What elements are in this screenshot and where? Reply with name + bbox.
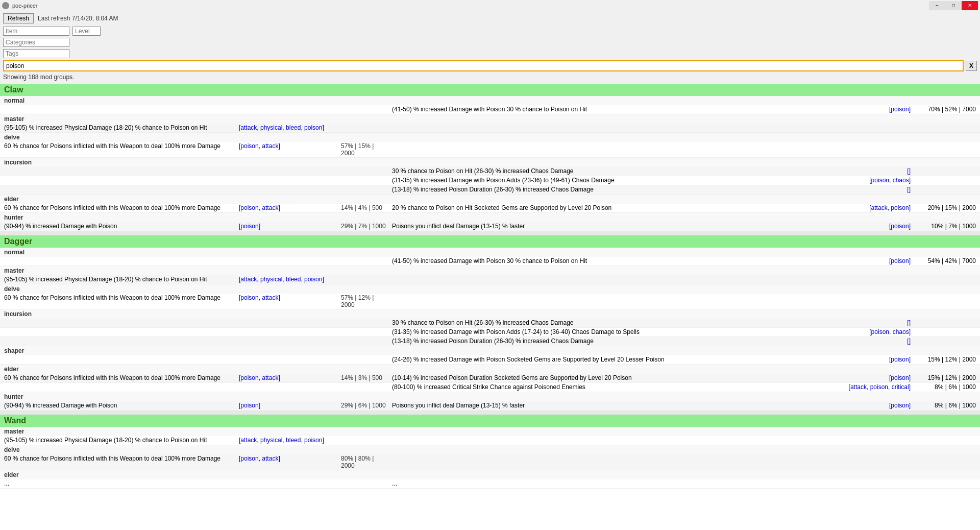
mod-right-stats: 15% | 12% | 2000 — [915, 374, 976, 381]
mod-right-text: Poisons you inflict deal Damage (13-15) … — [392, 223, 823, 230]
mod-row: 60 % chance for Poisons inflicted with t… — [0, 142, 980, 158]
item-filter-input[interactable] — [3, 27, 69, 36]
source-label-elder: elder — [0, 365, 980, 374]
mod-tags: [attack, physical, bleed, poison] — [239, 124, 341, 131]
mod-left-text: 60 % chance for Poisons inflicted with t… — [4, 294, 239, 301]
mod-right-tags: [poison] — [823, 106, 915, 113]
source-label-delve: delve — [0, 445, 980, 454]
mod-tags: [poison, attack] — [239, 294, 341, 301]
mod-stats: 29% | 7% | 1000 — [341, 223, 392, 230]
source-label-normal: normal — [0, 96, 980, 105]
mod-right-stats: 8% | 6% | 1000 — [915, 383, 976, 391]
category-header-wand: Wand — [0, 415, 980, 427]
mod-right-text: (31-35) % increased Damage with Poison A… — [392, 177, 823, 184]
category-header-claw: Claw — [0, 84, 980, 96]
clear-search-button[interactable]: X — [966, 61, 977, 71]
mod-right-stats: 70% | 52% | 7000 — [915, 106, 976, 113]
mod-right-tags: [poison] — [823, 402, 915, 409]
mod-row: 60 % chance for Poisons inflicted with t… — [0, 374, 980, 383]
mod-right-text: (80-100) % increased Critical Strike Cha… — [392, 383, 823, 391]
mod-row: ...... — [0, 479, 980, 489]
title-bar: poe-pricer − □ ✕ — [0, 0, 980, 11]
mod-row: 60 % chance for Poisons inflicted with t… — [0, 294, 980, 309]
filter-row-1 — [0, 26, 980, 37]
mod-left-text: 60 % chance for Poisons inflicted with t… — [4, 204, 239, 211]
content-area: Clawnormal(41-50) % increased Damage wit… — [0, 84, 980, 530]
mod-right-tags: [attack, poison, critical] — [823, 383, 915, 391]
mod-left-text: 60 % chance for Poisons inflicted with t… — [4, 142, 239, 150]
mod-stats: 57% | 12% | 2000 — [341, 294, 392, 308]
app-title: poe-pricer — [12, 3, 38, 9]
source-label-hunter: hunter — [0, 213, 980, 222]
mod-stats: 29% | 6% | 1000 — [341, 402, 392, 409]
mod-row: (13-18) % increased Poison Duration (26-… — [0, 337, 980, 346]
mod-right-stats: 8% | 6% | 1000 — [915, 402, 976, 409]
mod-row: (95-105) % increased Physical Damage (18… — [0, 124, 980, 133]
filter-row-3 — [0, 48, 980, 59]
filter-row-2 — [0, 37, 980, 48]
mod-right-text: (10-14) % increased Poison Duration Sock… — [392, 374, 823, 381]
mod-right-tags: [attack, poison] — [823, 204, 915, 211]
level-filter-input[interactable] — [72, 27, 101, 36]
mod-right-tags: [poison] — [823, 356, 915, 363]
mod-row: 60 % chance for Poisons inflicted with t… — [0, 454, 980, 470]
mod-row: (41-50) % increased Damage with Poison 3… — [0, 105, 980, 114]
mod-stats: 14% | 3% | 500 — [341, 374, 392, 381]
mod-left-text: (90-94) % increased Damage with Poison — [4, 223, 239, 230]
source-label-master: master — [0, 266, 980, 275]
mod-right-tags: [poison, chaos] — [823, 328, 915, 335]
mod-left-text: (95-105) % increased Physical Damage (18… — [4, 437, 239, 444]
search-input[interactable] — [3, 60, 964, 71]
mod-row: 30 % chance to Poison on Hit (26-30) % i… — [0, 167, 980, 176]
mod-row: 60 % chance for Poisons inflicted with t… — [0, 204, 980, 213]
source-label-normal: normal — [0, 248, 980, 257]
mod-left-text: (90-94) % increased Damage with Poison — [4, 402, 239, 409]
mod-right-tags: [poison] — [823, 374, 915, 381]
maximize-button[interactable]: □ — [945, 1, 962, 10]
mod-stats: 14% | 4% | 500 — [341, 204, 392, 211]
close-button[interactable]: ✕ — [962, 1, 978, 10]
mod-right-text: (41-50) % increased Damage with Poison 3… — [392, 257, 823, 264]
mod-row: (95-105) % increased Physical Damage (18… — [0, 436, 980, 445]
mod-tags: [attack, physical, bleed, poison] — [239, 276, 341, 283]
mod-row: (41-50) % increased Damage with Poison 3… — [0, 257, 980, 266]
title-bar-left: poe-pricer — [2, 2, 38, 9]
source-label-delve: delve — [0, 284, 980, 294]
tags-filter-input[interactable] — [3, 49, 69, 58]
mod-right-stats: 10% | 7% | 1000 — [915, 223, 976, 230]
mod-right-text: (41-50) % increased Damage with Poison 3… — [392, 106, 823, 113]
categories-filter-input[interactable] — [3, 38, 69, 47]
mod-right-text: (24-26) % increased Damage with Poison S… — [392, 356, 823, 363]
refresh-button[interactable]: Refresh — [3, 13, 34, 23]
mod-left-text: (95-105) % increased Physical Damage (18… — [4, 276, 239, 283]
mod-tags: [poison] — [239, 402, 341, 409]
source-label-master: master — [0, 114, 980, 124]
mod-right-text: (31-35) % increased Damage with Poison A… — [392, 328, 823, 335]
mod-row: (90-94) % increased Damage with Poison[p… — [0, 401, 980, 411]
mod-right-text: 20 % chance to Poison on Hit Socketed Ge… — [392, 204, 823, 211]
mod-tags: [poison, attack] — [239, 142, 341, 150]
search-row: X — [0, 59, 980, 73]
minimize-button[interactable]: − — [929, 1, 945, 10]
mod-tags: [poison, attack] — [239, 374, 341, 381]
mod-tags: [poison, attack] — [239, 204, 341, 211]
app-icon — [2, 2, 9, 9]
mod-tags: [attack, physical, bleed, poison] — [239, 437, 341, 444]
mod-left-text: 60 % chance for Poisons inflicted with t… — [4, 374, 239, 381]
source-label-delve: delve — [0, 133, 980, 142]
window-controls: − □ ✕ — [929, 1, 978, 10]
mod-right-text: (13-18) % increased Poison Duration (26-… — [392, 186, 823, 193]
mod-left-text: 60 % chance for Poisons inflicted with t… — [4, 455, 239, 462]
source-label-hunter: hunter — [0, 392, 980, 401]
mod-right-stats: 54% | 42% | 7000 — [915, 257, 976, 264]
mod-right-tags: [] — [823, 167, 915, 175]
mod-right-text: Poisons you inflict deal Damage (13-15) … — [392, 402, 823, 409]
mod-right-tags: [] — [823, 186, 915, 193]
mod-row: (95-105) % increased Physical Damage (18… — [0, 275, 980, 284]
source-label-elder: elder — [0, 195, 980, 204]
mod-right-tags: [poison] — [823, 223, 915, 230]
mod-right-tags: [poison, chaos] — [823, 177, 915, 184]
mod-right-stats: 20% | 15% | 2000 — [915, 204, 976, 211]
mod-right-stats: 15% | 12% | 2000 — [915, 356, 976, 363]
mod-left-text: (95-105) % increased Physical Damage (18… — [4, 124, 239, 131]
